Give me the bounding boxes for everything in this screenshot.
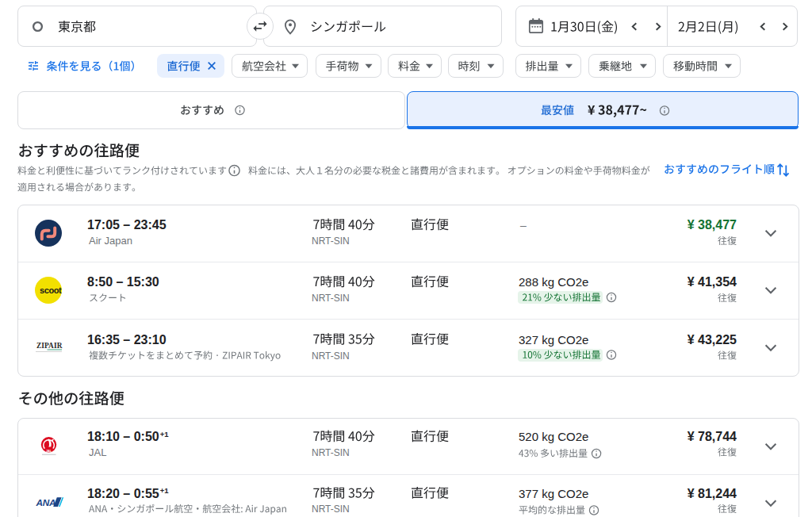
svg-text:8:50 – 15:30: 8:50 – 15:30 — [87, 275, 159, 289]
svg-text:327 kg CO2e: 327 kg CO2e — [519, 333, 588, 347]
svg-text:¥ 43,225: ¥ 43,225 — [688, 333, 737, 347]
svg-text:NRT-SIN: NRT-SIN — [312, 504, 350, 515]
svg-text:16:35 – 23:10: 16:35 – 23:10 — [87, 333, 167, 347]
svg-text:18:10 – 0:50: 18:10 – 0:50 — [87, 430, 159, 443]
svg-text:JAL: JAL — [89, 446, 106, 458]
svg-text:NRT-SIN: NRT-SIN — [312, 293, 350, 304]
svg-text:¥ 41,354: ¥ 41,354 — [688, 275, 737, 289]
svg-text:scoot: scoot — [40, 285, 62, 295]
svg-text:ANA: ANA — [36, 497, 56, 508]
svg-text:Air Japan: Air Japan — [89, 235, 132, 247]
svg-text:+1: +1 — [160, 486, 170, 495]
svg-text:377 kg CO2e: 377 kg CO2e — [519, 487, 588, 500]
svg-text:NRT-SIN: NRT-SIN — [312, 350, 350, 362]
svg-text:288 kg CO2e: 288 kg CO2e — [519, 275, 588, 289]
svg-text:¥ 78,744: ¥ 78,744 — [688, 430, 737, 443]
svg-text:JAL: JAL — [46, 450, 52, 453]
svg-text:NRT-SIN: NRT-SIN — [312, 236, 350, 247]
svg-text:¥ 38,477: ¥ 38,477 — [688, 218, 737, 232]
svg-text:520 kg CO2e: 520 kg CO2e — [519, 430, 588, 443]
svg-text:18:20 – 0:55: 18:20 – 0:55 — [87, 487, 159, 500]
svg-text:17:05 – 23:45: 17:05 – 23:45 — [87, 218, 167, 232]
svg-text:ZIPAIR: ZIPAIR — [36, 342, 63, 350]
svg-text:+1: +1 — [160, 430, 170, 438]
svg-text:NRT-SIN: NRT-SIN — [312, 447, 350, 458]
svg-text:–: – — [520, 219, 527, 232]
svg-text:¥ 81,244: ¥ 81,244 — [688, 487, 737, 500]
